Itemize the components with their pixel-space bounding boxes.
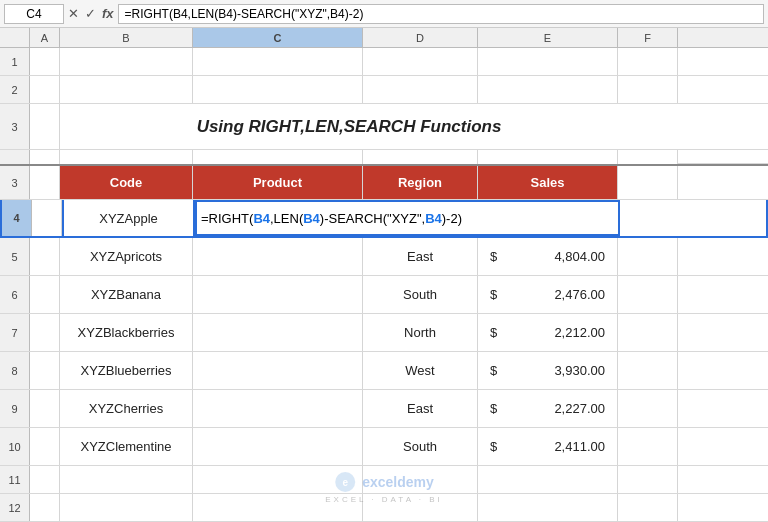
cell-a-hdr[interactable] [30,166,60,199]
cell-b7[interactable]: XYZBlackberries [60,314,193,351]
cell-b2[interactable] [60,76,193,103]
col-hdr-e[interactable]: E [478,28,618,47]
cell-spacer-c[interactable] [193,150,363,164]
formula-close: )-2) [442,211,462,226]
fx-icon[interactable]: fx [102,6,114,21]
cell-b10[interactable]: XYZClementine [60,428,193,465]
cell-f-hdr[interactable] [618,166,678,199]
cell-e1[interactable] [478,48,618,75]
cell-e9[interactable]: $2,227.00 [478,390,618,427]
region-9: East [407,401,433,416]
cell-e10[interactable]: $2,411.00 [478,428,618,465]
cell-f2[interactable] [618,76,678,103]
cell-c1[interactable] [193,48,363,75]
formula-comma: ,LEN( [270,211,303,226]
cell-d8[interactable]: West [363,352,478,389]
row-num-1: 1 [0,48,30,75]
cell-c9[interactable] [193,390,363,427]
cell-d5[interactable]: East [363,238,478,275]
cancel-icon[interactable]: ✕ [68,6,79,21]
cell-e2[interactable] [478,76,618,103]
table-row: 8 XYZBlueberries West $3,930.00 [0,352,768,390]
cell-e7[interactable]: $2,212.00 [478,314,618,351]
cell-c6[interactable] [193,276,363,313]
col-hdr-f[interactable]: F [618,28,678,47]
cell-a9[interactable] [30,390,60,427]
table-row: 7 XYZBlackberries North $2,212.00 [0,314,768,352]
cell-e5[interactable]: $4,804.00 [478,238,618,275]
region-6: South [403,287,437,302]
cell-e11[interactable] [478,466,618,493]
cell-f11[interactable] [618,466,678,493]
cell-spacer[interactable] [30,150,60,164]
cell-c8[interactable] [193,352,363,389]
cell-d9[interactable]: East [363,390,478,427]
cell-d7[interactable]: North [363,314,478,351]
cell-a6[interactable] [30,276,60,313]
col-header-sales: Sales [478,166,618,199]
cell-d1[interactable] [363,48,478,75]
cell-f8[interactable] [618,352,678,389]
cell-b1[interactable] [60,48,193,75]
cell-e12[interactable] [478,494,618,521]
cell-c7[interactable] [193,314,363,351]
col-hdr-c[interactable]: C [193,28,363,47]
formula-display-cell[interactable]: =RIGHT(B4,LEN(B4)-SEARCH("XYZ",B4)-2) [195,200,620,236]
cell-f10[interactable] [618,428,678,465]
col-hdr-d[interactable]: D [363,28,478,47]
cell-e6[interactable]: $2,476.00 [478,276,618,313]
cell-d6[interactable]: South [363,276,478,313]
cell-a2[interactable] [30,76,60,103]
cell-f1[interactable] [618,48,678,75]
code-6: XYZBanana [91,287,161,302]
cell-spacer-e[interactable] [478,150,618,164]
cell-a7[interactable] [30,314,60,351]
cell-f12[interactable] [618,494,678,521]
region-7: North [404,325,436,340]
cell-b5[interactable]: XYZApricots [60,238,193,275]
cell-a11[interactable] [30,466,60,493]
row-num-12: 12 [0,494,30,521]
cell-a3[interactable] [30,104,60,149]
cell-f6[interactable] [618,276,678,313]
cell-c5[interactable] [193,238,363,275]
name-box[interactable] [4,4,64,24]
code-7: XYZBlackberries [78,325,175,340]
cell-c2[interactable] [193,76,363,103]
table-row: 1 [0,48,768,76]
cell-f9[interactable] [618,390,678,427]
sales-9: 2,227.00 [554,401,605,416]
watermark-text: exceldemy [362,474,434,490]
cell-c10[interactable] [193,428,363,465]
dollar-10: $ [490,439,497,454]
cell-spacer-b[interactable] [60,150,193,164]
cell-d10[interactable]: South [363,428,478,465]
cell-a5[interactable] [30,238,60,275]
cell-b12[interactable] [60,494,193,521]
cell-a1[interactable] [30,48,60,75]
cell-b9[interactable]: XYZCherries [60,390,193,427]
corner [0,28,30,47]
cell-spacer-f[interactable] [618,150,678,164]
cell-a8[interactable] [30,352,60,389]
cell-b11[interactable] [60,466,193,493]
cell-f7[interactable] [618,314,678,351]
cell-e8[interactable]: $3,930.00 [478,352,618,389]
cell-d2[interactable] [363,76,478,103]
cell-b6[interactable]: XYZBanana [60,276,193,313]
cell-a4[interactable] [32,200,62,236]
cell-b4-code[interactable]: XYZApple [62,200,195,236]
col-hdr-a[interactable]: A [30,28,60,47]
formula-input[interactable] [118,4,764,24]
cell-spacer-d[interactable] [363,150,478,164]
svg-text:e: e [342,477,348,488]
cell-b8[interactable]: XYZBlueberries [60,352,193,389]
title-cell: Using RIGHT,LEN,SEARCH Functions [60,104,638,149]
cell-a10[interactable] [30,428,60,465]
confirm-icon[interactable]: ✓ [85,6,96,21]
col-header-region: Region [363,166,478,199]
cell-f5[interactable] [618,238,678,275]
col-hdr-b[interactable]: B [60,28,193,47]
row-num-8: 8 [0,352,30,389]
cell-a12[interactable] [30,494,60,521]
